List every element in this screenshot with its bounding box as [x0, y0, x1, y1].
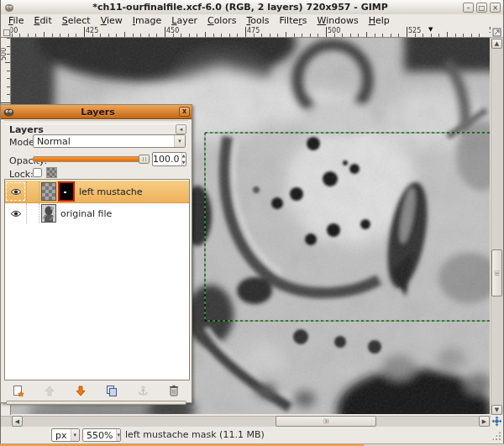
ruler-label: 475 — [247, 27, 260, 34]
status-bar: px ▾ 550% ▾ left mustache mask (11.1 MB) — [1, 427, 503, 443]
mode-value: Normal — [34, 136, 174, 147]
opacity-slider-track — [33, 156, 150, 162]
ruler-label: 500 — [328, 27, 340, 34]
wilber-icon — [3, 108, 14, 117]
menu-item-filters[interactable]: Filters — [275, 14, 312, 27]
resize-follow-icon — [492, 28, 501, 37]
ruler-label: 400 — [11, 27, 18, 34]
eye-icon — [10, 188, 22, 196]
layer-actions-toolbar — [1, 383, 192, 398]
visibility-toggle[interactable] — [5, 203, 27, 223]
menu-item-edit[interactable]: Edit — [29, 14, 56, 27]
horizontal-scrollbar[interactable]: ◀ ▶ — [1, 416, 491, 427]
opacity-spinbox[interactable]: 100.0 ▲▼ — [152, 152, 186, 166]
anchor-icon — [138, 386, 149, 396]
eye-icon — [10, 210, 22, 218]
ruler-label: 500 — [1, 48, 8, 60]
zoom-follow-window-toggle[interactable] — [491, 27, 503, 38]
gimp-app-icon — [4, 3, 14, 13]
new-layer-icon — [13, 385, 24, 397]
menu-item-tools[interactable]: Tools — [241, 14, 274, 27]
chevron-down-icon: ▾ — [116, 429, 120, 441]
zoom-select[interactable]: 550% ▾ — [82, 428, 121, 442]
trash-icon — [169, 385, 179, 396]
lock-pixels-checkbox[interactable] — [33, 168, 42, 177]
visibility-toggle[interactable] — [5, 181, 27, 202]
unit-value: px — [52, 430, 71, 441]
scroll-left-button[interactable]: ◀ — [12, 416, 23, 427]
chevron-down-icon: ▾ — [174, 135, 185, 147]
mode-select[interactable]: Normal ▾ — [33, 134, 186, 148]
ruler-corner-button[interactable] — [1, 27, 11, 38]
horizontal-scroll-thumb[interactable] — [276, 416, 376, 427]
link-cell[interactable] — [27, 181, 39, 202]
pointer-position-marker: ▼ — [428, 27, 433, 33]
maximize-button[interactable]: □ — [476, 3, 487, 13]
menu-bar: FileEditSelectViewImageLayerColorsToolsF… — [1, 14, 503, 27]
duplicate-layer-button[interactable] — [101, 383, 123, 398]
menu-item-help[interactable]: Help — [364, 14, 395, 27]
ruler-label: 525 — [408, 27, 421, 34]
dialog-title: Layers — [17, 107, 179, 118]
menu-item-file[interactable]: File — [3, 14, 29, 27]
raise-layer-icon — [45, 386, 55, 396]
scroll-right-button[interactable]: ▶ — [479, 416, 490, 427]
menu-item-view[interactable]: View — [96, 14, 128, 27]
opacity-value: 100.0 — [153, 153, 181, 165]
tab-menu-button[interactable]: ◂ — [176, 124, 186, 134]
new-layer-button[interactable] — [8, 383, 29, 398]
lock-alpha-icon[interactable] — [46, 167, 57, 178]
anchor-layer-button[interactable] — [132, 383, 154, 398]
layers-dialog-titlebar[interactable]: Layers x — [1, 105, 192, 119]
close-button[interactable]: × — [490, 3, 501, 13]
menu-item-layer[interactable]: Layer — [166, 14, 202, 27]
ruler-label: 425 — [86, 27, 98, 34]
layers-dialog: Layers x Layers ◂ Mode: Normal ▾ Opacity… — [0, 104, 192, 403]
layer-list: left mustache — [4, 179, 190, 380]
menu-item-select[interactable]: Select — [57, 14, 96, 27]
portrait-thumbnail-art — [42, 205, 55, 222]
menu-item-colors[interactable]: Colors — [202, 14, 241, 27]
chevron-down-icon: ▾ — [71, 429, 80, 441]
dialog-resize-grip[interactable] — [6, 401, 186, 405]
layer-row-left-mustache[interactable]: left mustache — [5, 181, 189, 203]
delete-layer-button[interactable] — [163, 383, 185, 398]
vertical-scroll-thumb[interactable] — [491, 249, 502, 296]
minimize-button[interactable]: – — [463, 3, 474, 13]
layer-thumbnail[interactable] — [41, 182, 56, 201]
window-titlebar[interactable]: *ch11-ourfinalfile.xcf-6.0 (RGB, 2 layer… — [1, 0, 503, 15]
opacity-slider-handle[interactable] — [139, 155, 150, 164]
ruler-label: 450 — [166, 27, 179, 34]
navigation-button[interactable] — [491, 416, 503, 427]
dialog-close-button[interactable]: x — [179, 107, 190, 117]
menu-item-image[interactable]: Image — [128, 14, 166, 27]
vertical-scrollbar[interactable]: ▲ ▼ — [491, 38, 503, 415]
unit-select[interactable]: px ▾ — [51, 428, 80, 442]
ruler-corner-icon — [3, 29, 10, 36]
zoom-value: 550% — [83, 430, 116, 441]
menu-item-windows[interactable]: Windows — [312, 14, 364, 27]
pan-cross-icon — [491, 416, 502, 427]
layer-row-original-file[interactable]: original file — [5, 202, 189, 224]
gimp-window: *ch11-ourfinalfile.xcf-6.0 (RGB, 2 layer… — [0, 0, 504, 446]
window-resize-grip[interactable] — [491, 430, 501, 441]
link-cell[interactable] — [27, 203, 39, 223]
scroll-down-button[interactable]: ▼ — [491, 405, 502, 415]
layer-thumbnail[interactable] — [41, 204, 56, 223]
horizontal-ruler[interactable]: 400425450475500525550▼ — [11, 27, 491, 38]
raise-layer-button[interactable] — [39, 383, 60, 398]
spinner-arrows[interactable]: ▲▼ — [181, 153, 186, 165]
opacity-slider[interactable] — [33, 155, 150, 164]
lower-layer-button[interactable] — [70, 383, 92, 398]
lower-layer-icon — [76, 386, 86, 396]
scroll-up-button[interactable]: ▲ — [491, 39, 502, 49]
window-title: *ch11-ourfinalfile.xcf-6.0 (RGB, 2 layer… — [18, 2, 463, 13]
duplicate-layer-icon — [106, 385, 118, 396]
status-message: left mustache mask (11.1 MB) — [125, 429, 265, 440]
layer-name[interactable]: left mustache — [79, 186, 143, 197]
layer-mask-thumbnail[interactable] — [58, 181, 75, 202]
layer-name[interactable]: original file — [60, 208, 112, 219]
